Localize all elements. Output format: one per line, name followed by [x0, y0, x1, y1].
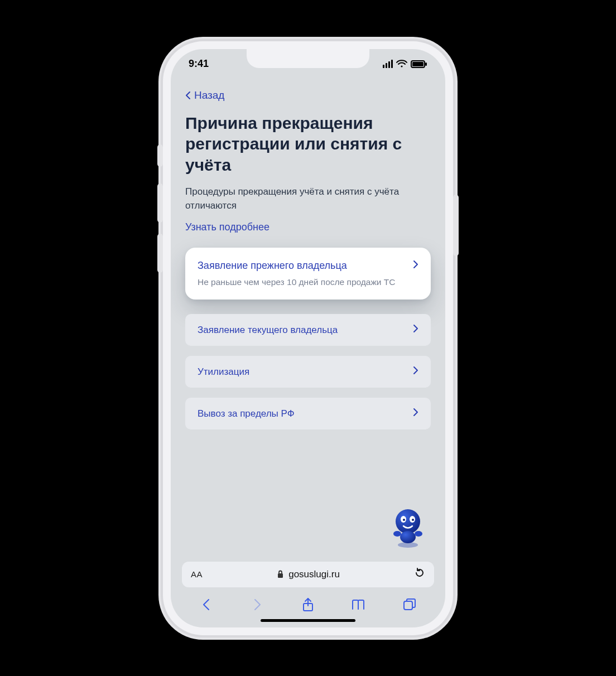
svg-point-12	[415, 531, 422, 537]
option-current-owner[interactable]: Заявление текущего владельца	[185, 314, 431, 346]
svg-rect-15	[404, 601, 412, 610]
option-previous-owner[interactable]: Заявление прежнего владельца Не раньше ч…	[185, 248, 431, 300]
page-subtitle: Процедуры прекращения учёта и снятия с у…	[185, 185, 431, 213]
phone-frame: 9:41 Назад Причина прекращения регистр	[163, 41, 453, 635]
bookmarks-button[interactable]	[350, 596, 367, 613]
chevron-right-icon	[413, 260, 418, 272]
svg-point-5	[396, 509, 420, 534]
text-size-button[interactable]: AA	[191, 569, 203, 579]
browser-url-bar[interactable]: AA gosuslugi.ru	[182, 562, 434, 587]
svg-rect-13	[278, 573, 283, 578]
option-export[interactable]: Вывоз за пределы РФ	[185, 398, 431, 429]
svg-point-10	[400, 531, 416, 543]
nav-forward-button[interactable]	[249, 596, 266, 613]
option-label: Заявление текущего владельца	[198, 325, 338, 336]
svg-rect-3	[425, 62, 427, 66]
chevron-right-icon	[413, 408, 418, 419]
chevron-left-icon	[185, 91, 191, 100]
option-label: Заявление прежнего владельца	[198, 260, 347, 272]
svg-point-11	[393, 531, 401, 537]
status-icons	[383, 60, 427, 68]
chevron-right-icon	[413, 366, 418, 378]
page-content: Назад Причина прекращения регистрации ил…	[171, 79, 445, 555]
page-title: Причина прекращения регистрации или снят…	[185, 113, 431, 176]
chevron-right-icon	[413, 324, 418, 336]
share-button[interactable]	[300, 596, 316, 613]
back-button[interactable]: Назад	[185, 85, 431, 109]
phone-side-button	[453, 195, 459, 256]
option-label: Утилизация	[198, 366, 249, 378]
phone-side-button	[157, 234, 163, 273]
svg-point-0	[401, 65, 402, 67]
phone-screen: 9:41 Назад Причина прекращения регистр	[171, 49, 445, 627]
back-label: Назад	[194, 89, 224, 102]
svg-rect-2	[412, 62, 424, 66]
battery-icon	[411, 60, 427, 68]
cellular-icon	[383, 60, 393, 68]
nav-back-button[interactable]	[198, 596, 215, 613]
option-description: Не раньше чем через 10 дней после продаж…	[198, 277, 418, 287]
option-utilization[interactable]: Утилизация	[185, 356, 431, 388]
url-host: gosuslugi.ru	[277, 569, 340, 580]
option-label: Вывоз за пределы РФ	[198, 408, 295, 419]
svg-point-9	[412, 519, 414, 521]
phone-side-button	[157, 144, 163, 167]
assistant-bot-icon[interactable]	[388, 505, 427, 549]
lock-icon	[277, 570, 284, 578]
phone-side-button	[157, 184, 163, 223]
home-indicator[interactable]	[261, 619, 355, 622]
learn-more-link[interactable]: Узнать подробнее	[185, 221, 431, 233]
wifi-icon	[396, 60, 407, 68]
tabs-button[interactable]	[401, 596, 418, 613]
reload-button[interactable]	[414, 567, 425, 581]
svg-point-8	[403, 519, 405, 521]
phone-notch	[247, 49, 369, 68]
status-time: 9:41	[189, 58, 209, 70]
